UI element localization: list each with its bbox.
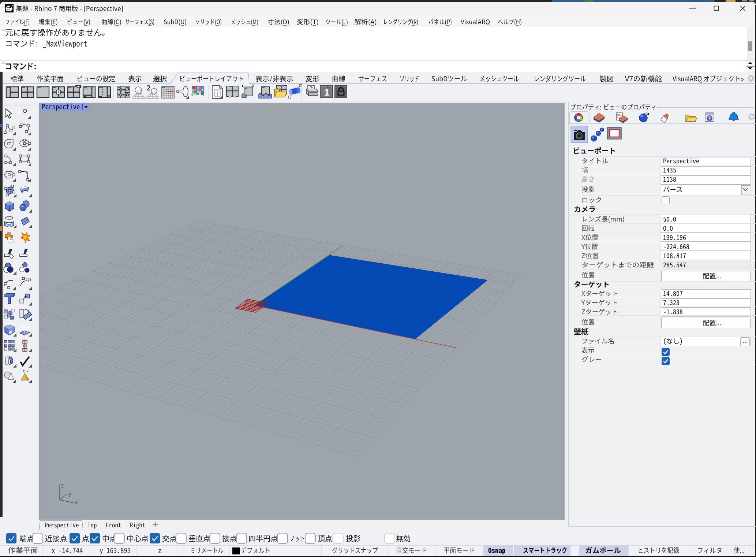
svg-text:1: 1 [324, 87, 329, 98]
svg-text:2: 2 [147, 84, 150, 92]
svg-text:?: ? [708, 115, 711, 122]
svg-text:7: 7 [11, 4, 13, 8]
